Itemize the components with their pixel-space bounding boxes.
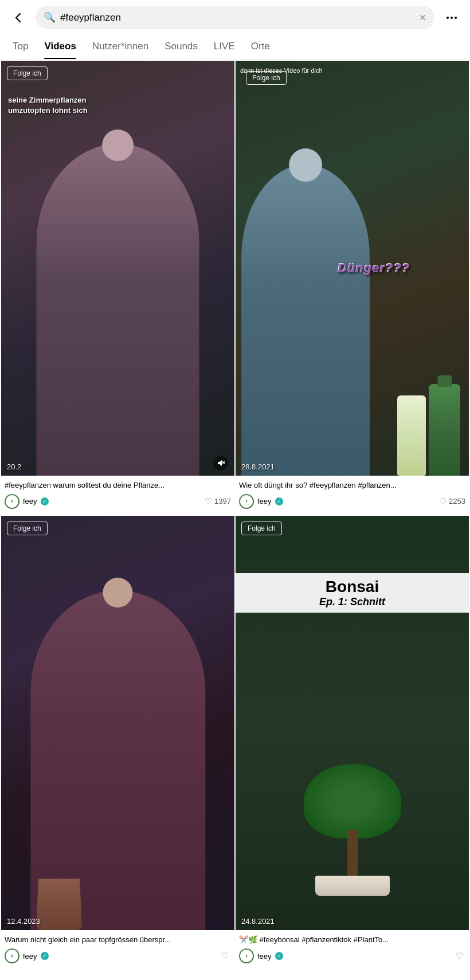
mute-icon-1 bbox=[213, 456, 228, 471]
video-info-2: Wie oft düngt ihr so? #feeypflanzen #pfl… bbox=[236, 476, 469, 515]
avatar-3: f bbox=[5, 948, 19, 963]
clear-icon[interactable]: ✕ bbox=[419, 13, 426, 23]
more-button[interactable] bbox=[440, 6, 463, 29]
verified-icon-1: ✓ bbox=[41, 497, 49, 505]
heart-icon-1: ♡ bbox=[205, 496, 212, 507]
back-button[interactable] bbox=[7, 6, 30, 29]
verified-icon-4: ✓ bbox=[275, 952, 283, 960]
author-name-4: feey bbox=[257, 952, 272, 961]
pot-element-3 bbox=[36, 879, 82, 930]
person-figure-2 bbox=[241, 164, 370, 476]
like-number-1: 1397 bbox=[214, 497, 231, 505]
video-card-3[interactable]: Folge ich 12.4.2023 Warum nicht gleich e… bbox=[1, 516, 234, 970]
timestamp-3: 12.4.2023 bbox=[7, 917, 40, 926]
author-name-3: feey bbox=[23, 952, 37, 961]
like-count-2: ♡ 2253 bbox=[439, 496, 465, 507]
search-bar: 🔍 ✕ bbox=[36, 6, 434, 29]
avatar-4: f bbox=[239, 948, 254, 963]
search-input[interactable] bbox=[60, 12, 414, 23]
video-author-row-3: f feey ✓ ♡ bbox=[5, 948, 231, 963]
author-left-2: f feey ✓ bbox=[239, 494, 283, 509]
video-caption-4: ✂️🌿 #feeybonsai #pflanzentiktok #PlantTo… bbox=[239, 935, 465, 945]
author-left-1: f feey ✓ bbox=[5, 494, 49, 509]
video-caption-3: Warum nicht gleich ein paar topfgrössen … bbox=[5, 935, 231, 945]
tabs-bar: Top Videos Nutzer*innen Sounds LIVE Orte bbox=[0, 35, 470, 60]
video-info-1: #feeypflanzen warum solltest du deine Pf… bbox=[1, 476, 234, 515]
like-number-2: 2253 bbox=[449, 497, 465, 505]
person-figure-1 bbox=[36, 144, 199, 476]
bonsai-subtitle-text: Ep. 1: Schnitt bbox=[245, 596, 460, 608]
like-count-3: ♡ bbox=[221, 951, 231, 961]
bottle-1 bbox=[429, 384, 460, 476]
heart-icon-4: ♡ bbox=[456, 951, 463, 961]
bonsai-title-card: Bonsai Ep. 1: Schnitt bbox=[236, 573, 469, 613]
video-author-row-4: f feey ✓ ♡ bbox=[239, 948, 465, 963]
avatar-1: f bbox=[5, 494, 19, 509]
verified-icon-2: ✓ bbox=[275, 497, 283, 505]
video-thumbnail-2: Dünger??? Folge ich dann ist dieses Vide… bbox=[236, 61, 469, 476]
follow-button-2[interactable]: Folge ich bbox=[246, 71, 287, 85]
svg-point-1 bbox=[451, 17, 453, 19]
bonsai-title-text: Bonsai bbox=[245, 578, 460, 596]
tab-top[interactable]: Top bbox=[5, 35, 36, 59]
video-info-4: ✂️🌿 #feeybonsai #pflanzentiktok #PlantTo… bbox=[236, 930, 469, 969]
timestamp-1: 20.2 bbox=[7, 462, 21, 471]
video-card-4[interactable]: Bonsai Ep. 1: Schnitt Folge ich 24.8.202… bbox=[236, 516, 469, 970]
follow-button-1[interactable]: Folge ich bbox=[7, 66, 48, 80]
like-count-1: ♡ 1397 bbox=[205, 496, 231, 507]
author-left-4: f feey ✓ bbox=[239, 948, 283, 963]
dunger-text: Dünger??? bbox=[338, 261, 410, 276]
video-card-2[interactable]: Dünger??? Folge ich dann ist dieses Vide… bbox=[236, 61, 469, 515]
video-info-3: Warum nicht gleich ein paar topfgrössen … bbox=[1, 930, 234, 969]
author-name-1: feey bbox=[23, 497, 37, 505]
bonsai-trunk bbox=[347, 830, 358, 876]
search-icon: 🔍 bbox=[44, 11, 56, 23]
video-card-1[interactable]: seine Zimmerpflanzen umzutopfen lohnt si… bbox=[1, 61, 234, 515]
tab-nutzerinnen[interactable]: Nutzer*innen bbox=[84, 35, 156, 59]
heart-icon-3: ♡ bbox=[221, 951, 229, 961]
video-thumbnail-3: Folge ich 12.4.2023 bbox=[1, 516, 234, 931]
like-count-4: ♡ bbox=[456, 951, 465, 961]
bonsai-canopy bbox=[304, 764, 401, 838]
timestamp-2: 28.8.2021 bbox=[241, 462, 275, 471]
video-grid: seine Zimmerpflanzen umzutopfen lohnt si… bbox=[0, 60, 470, 970]
bonsai-tree bbox=[295, 770, 410, 896]
video-text-overlay-1: seine Zimmerpflanzen umzutopfen lohnt si… bbox=[8, 95, 228, 116]
author-name-2: feey bbox=[257, 497, 272, 505]
tab-sounds[interactable]: Sounds bbox=[156, 35, 206, 59]
author-left-3: f feey ✓ bbox=[5, 948, 49, 963]
mute-button-1[interactable] bbox=[211, 454, 230, 472]
video-thumbnail-1: seine Zimmerpflanzen umzutopfen lohnt si… bbox=[1, 61, 234, 476]
follow-overlay-2: Folge ich dann ist dieses Video für dich bbox=[240, 65, 464, 74]
heart-icon-2: ♡ bbox=[439, 496, 446, 507]
video-thumbnail-4: Bonsai Ep. 1: Schnitt Folge ich 24.8.202… bbox=[236, 516, 469, 931]
tab-live[interactable]: LIVE bbox=[206, 35, 243, 59]
timestamp-4: 24.8.2021 bbox=[241, 917, 275, 926]
tab-videos[interactable]: Videos bbox=[36, 35, 84, 59]
svg-point-2 bbox=[455, 17, 457, 19]
video-author-row-2: f feey ✓ ♡ 2253 bbox=[239, 494, 465, 509]
svg-point-0 bbox=[446, 17, 449, 19]
header: 🔍 ✕ bbox=[0, 0, 470, 35]
tab-orte[interactable]: Orte bbox=[243, 35, 278, 59]
avatar-2: f bbox=[239, 494, 254, 509]
follow-button-4[interactable]: Folge ich bbox=[241, 522, 282, 535]
bottle-2 bbox=[397, 395, 426, 476]
video-caption-1: #feeypflanzen warum solltest du deine Pf… bbox=[5, 480, 231, 491]
verified-icon-3: ✓ bbox=[41, 952, 49, 960]
follow-button-3[interactable]: Folge ich bbox=[7, 522, 48, 535]
bonsai-pot bbox=[315, 876, 390, 896]
video-caption-2: Wie oft düngt ihr so? #feeypflanzen #pfl… bbox=[239, 480, 465, 491]
video-author-row-1: f feey ✓ ♡ 1397 bbox=[5, 494, 231, 509]
